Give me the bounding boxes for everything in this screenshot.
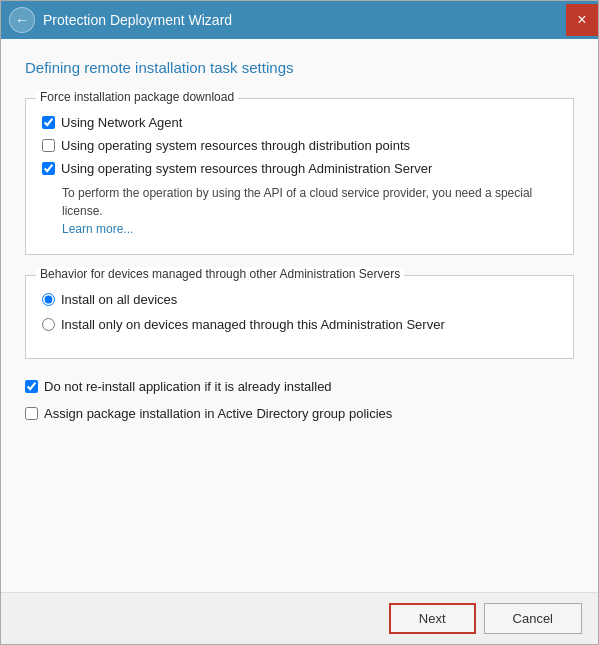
no-reinstall-label: Do not re-install application if it is a… [44,379,332,394]
force-group-box: Force installation package download Usin… [25,98,574,255]
no-reinstall-checkbox[interactable] [25,380,38,393]
active-directory-checkbox[interactable] [25,407,38,420]
back-button[interactable]: ← [9,7,35,33]
network-agent-row: Using Network Agent [42,115,557,130]
page-title: Defining remote installation task settin… [25,59,574,76]
behavior-group-box: Behavior for devices managed through oth… [25,275,574,359]
force-group-legend: Force installation package download [36,90,238,104]
dist-points-checkbox[interactable] [42,139,55,152]
install-managed-label: Install only on devices managed through … [61,317,445,332]
close-button[interactable]: × [566,4,598,36]
active-directory-row: Assign package installation in Active Di… [25,406,574,421]
active-directory-label: Assign package installation in Active Di… [44,406,392,421]
wizard-window: ← Protection Deployment Wizard × Definin… [0,0,599,645]
admin-server-label: Using operating system resources through… [61,161,432,176]
title-bar: ← Protection Deployment Wizard × [1,1,598,39]
dist-points-row: Using operating system resources through… [42,138,557,153]
install-managed-row: Install only on devices managed through … [42,317,557,332]
window-title: Protection Deployment Wizard [43,12,566,28]
install-all-row: Install on all devices [42,292,557,307]
admin-server-row: Using operating system resources through… [42,161,557,176]
install-all-radio[interactable] [42,293,55,306]
info-block: To perform the operation by using the AP… [62,184,557,238]
info-text: To perform the operation by using the AP… [62,186,532,218]
cancel-button[interactable]: Cancel [484,603,582,634]
install-managed-radio[interactable] [42,318,55,331]
learn-more-link[interactable]: Learn more... [62,222,133,236]
network-agent-label: Using Network Agent [61,115,182,130]
behavior-group-legend: Behavior for devices managed through oth… [36,267,404,281]
install-all-label: Install on all devices [61,292,177,307]
next-button[interactable]: Next [389,603,476,634]
footer: Next Cancel [1,592,598,644]
no-reinstall-row: Do not re-install application if it is a… [25,379,574,394]
dist-points-label: Using operating system resources through… [61,138,410,153]
network-agent-checkbox[interactable] [42,116,55,129]
content-area: Defining remote installation task settin… [1,39,598,592]
admin-server-checkbox[interactable] [42,162,55,175]
